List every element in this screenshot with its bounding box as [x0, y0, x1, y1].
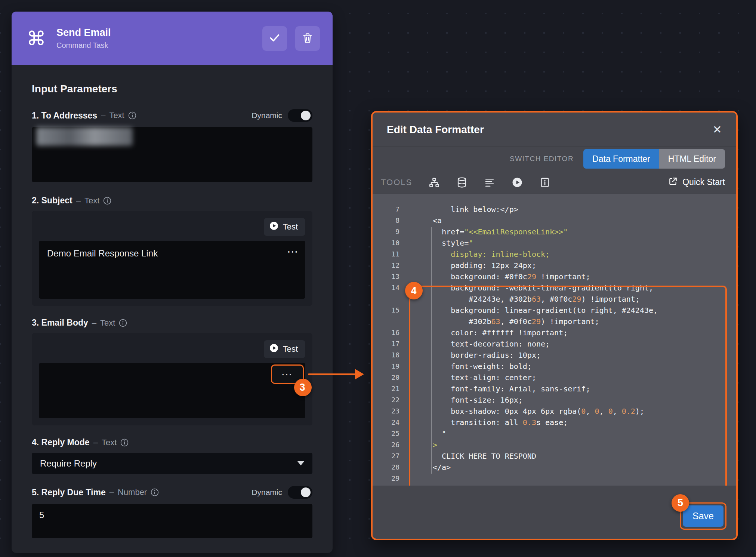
- subject-value: Demo Email Response Link: [47, 248, 158, 258]
- task-subtitle: Command Task: [56, 41, 262, 50]
- info-icon[interactable]: [119, 319, 127, 327]
- dynamic-toggle-to-addresses[interactable]: [288, 109, 312, 122]
- dynamic-label: Dynamic: [252, 111, 282, 120]
- param-reply-mode-label: 4. Reply Mode: [32, 437, 90, 447]
- editor-switch-row: SWITCH EDITOR Data Formatter HTML Editor: [373, 147, 736, 171]
- info-icon[interactable]: [151, 488, 159, 496]
- param-reply-mode-type: Text: [102, 438, 117, 447]
- code-row: 21 font-family: Arial, sans-serif;: [373, 383, 736, 394]
- code-row: 18 border-radius: 10px;: [373, 350, 736, 361]
- file-info-icon[interactable]: [539, 177, 550, 188]
- external-link-icon: [668, 176, 678, 188]
- code-row: 17 text-decoration: none;: [373, 338, 736, 350]
- chevron-down-icon: [297, 461, 304, 465]
- more-options-button-subject[interactable]: ⋯: [287, 246, 299, 257]
- input-parameters-heading: Input Parameters: [32, 83, 312, 95]
- modal-title: Edit Data Formatter: [387, 124, 484, 136]
- param-subject-label: 2. Subject: [32, 196, 72, 206]
- subject-field-group: Test Demo Email Response Link ⋯: [32, 211, 312, 306]
- email-body-input[interactable]: ⋯ 3: [39, 363, 305, 418]
- delete-button[interactable]: [295, 26, 320, 51]
- dynamic-toggle-reply-due-time[interactable]: [288, 486, 312, 499]
- test-button-label: Test: [283, 344, 298, 354]
- code-row: 15 background: linear-gradient(to right,…: [373, 305, 736, 316]
- task-card: ⌘ Send Email Command Task Input Paramete…: [12, 12, 333, 553]
- to-addresses-input[interactable]: [32, 127, 312, 182]
- info-icon[interactable]: [128, 111, 136, 120]
- param-subject-sep: –: [76, 196, 81, 206]
- param-email-body-sep: –: [92, 318, 96, 328]
- switch-editor-label: SWITCH EDITOR: [510, 155, 574, 163]
- code-row: 26>: [373, 439, 736, 450]
- reply-due-time-input[interactable]: 5: [32, 504, 312, 538]
- info-icon[interactable]: [120, 438, 129, 447]
- align-lines-icon[interactable]: [484, 177, 495, 188]
- close-icon[interactable]: ✕: [713, 124, 722, 135]
- more-options-label: ⋯: [281, 369, 294, 380]
- email-body-field-group: Test ⋯ 3: [32, 333, 312, 425]
- toggle-knob: [301, 487, 311, 497]
- code-row: 11 display: inline-block;: [373, 249, 736, 260]
- param-email-body-type: Text: [100, 318, 115, 328]
- code-editor[interactable]: 7 link below:</p>8<a9 href="<<EmailRespo…: [373, 194, 736, 486]
- param-reply-due-time-label: 5. Reply Due Time: [32, 487, 106, 498]
- test-button-email-body[interactable]: Test: [264, 340, 305, 358]
- code-row: 25 ": [373, 428, 736, 439]
- task-title: Send Email: [56, 27, 262, 39]
- param-reply-due-time-sep: –: [109, 487, 114, 497]
- more-options-button-email-body[interactable]: ⋯ 3: [271, 364, 304, 384]
- info-icon[interactable]: [103, 197, 111, 205]
- modal-header: Edit Data Formatter ✕: [373, 113, 736, 147]
- param-to-addresses-type: Text: [109, 111, 124, 120]
- reply-mode-select[interactable]: Require Reply: [32, 453, 312, 474]
- step-5-badge: 5: [672, 494, 689, 512]
- code-row: 12 padding: 12px 24px;: [373, 260, 736, 271]
- confirm-button[interactable]: [262, 26, 287, 51]
- reply-due-time-value: 5: [39, 510, 44, 520]
- code-row: 29: [373, 473, 736, 484]
- annotation-arrow: [308, 369, 365, 380]
- code-lines: 7 link below:</p>8<a9 href="<<EmailRespo…: [373, 204, 736, 484]
- trash-icon: [302, 32, 314, 45]
- code-row: 8<a: [373, 215, 736, 226]
- redacted-to-address-value: [36, 127, 133, 146]
- tools-bar: TOOLS Quick Start: [373, 171, 736, 194]
- code-row: 22 font-size: 16px;: [373, 394, 736, 406]
- code-row: 16 color: #ffffff !important;: [373, 327, 736, 338]
- code-row: 20 text-align: center;: [373, 372, 736, 383]
- toggle-knob: [301, 111, 311, 120]
- play-circle-icon[interactable]: [512, 177, 523, 188]
- save-button[interactable]: Save: [683, 505, 723, 527]
- param-subject-type: Text: [84, 196, 99, 206]
- sitemap-icon[interactable]: [429, 177, 440, 188]
- database-icon[interactable]: [456, 177, 468, 188]
- reply-mode-value: Require Reply: [40, 458, 97, 469]
- param-reply-due-time-type: Number: [118, 487, 147, 497]
- param-reply-mode-sep: –: [93, 438, 98, 447]
- code-row: 23 box-shadow: 0px 4px 6px rgba(0, 0, 0,…: [373, 406, 736, 417]
- indent-guide: [431, 227, 432, 474]
- test-button-subject[interactable]: Test: [264, 218, 305, 236]
- tab-data-formatter[interactable]: Data Formatter: [583, 149, 659, 169]
- param-email-body-label: 3. Email Body: [32, 318, 88, 328]
- step-3-badge: 3: [294, 379, 312, 396]
- code-row: 28</a>: [373, 462, 736, 473]
- code-row: 24 transition: all 0.3s ease;: [373, 417, 736, 428]
- command-icon: ⌘: [27, 29, 46, 48]
- play-icon: [269, 221, 279, 233]
- code-row: 14 background: -webkit-linear-gradient(t…: [373, 282, 736, 293]
- tab-html-editor[interactable]: HTML Editor: [659, 149, 725, 169]
- code-row: 19 font-weight: bold;: [373, 361, 736, 372]
- task-header: ⌘ Send Email Command Task: [12, 12, 333, 65]
- test-button-label: Test: [283, 222, 298, 232]
- code-row: 13 background: #0f0c29 !important;: [373, 271, 736, 282]
- annotation-rect-save: 5 Save: [680, 502, 726, 530]
- param-to-addresses-label: 1. To Addresses: [32, 111, 97, 121]
- code-row: 10 style=": [373, 237, 736, 249]
- quick-start-label: Quick Start: [682, 177, 725, 187]
- subject-input[interactable]: Demo Email Response Link ⋯: [39, 241, 305, 299]
- modal-footer: 5 Save: [373, 486, 736, 538]
- check-icon: [269, 32, 281, 45]
- quick-start-button[interactable]: Quick Start: [668, 176, 725, 188]
- code-row: 27 CLICK HERE TO RESPOND: [373, 450, 736, 462]
